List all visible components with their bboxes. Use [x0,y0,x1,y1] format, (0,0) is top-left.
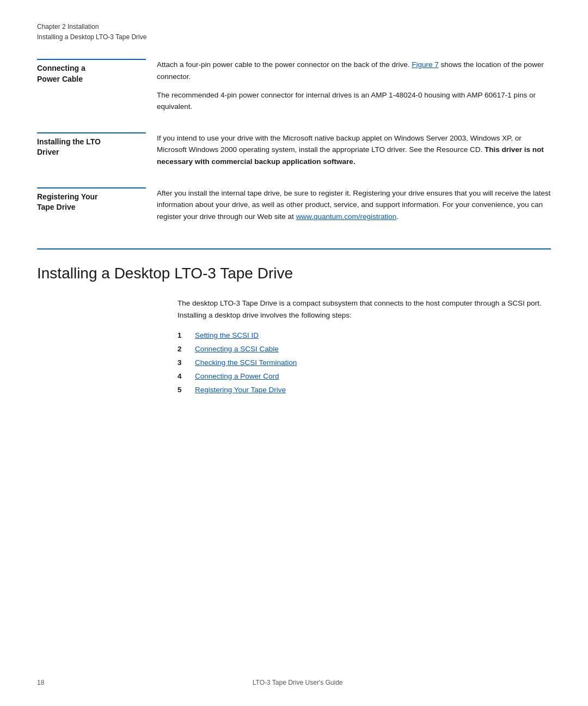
list-item: 4 Connecting a Power Cord [177,372,551,380]
step5-link[interactable]: Registering Your Tape Drive [195,386,286,394]
step3-link[interactable]: Checking the SCSI Termination [195,358,297,367]
list-item: 1 Setting the SCSI ID [177,331,551,339]
footer-center-text: LTO-3 Tape Drive User's Guide [253,679,343,686]
section-content-lto-driver: If you intend to use your drive with the… [157,132,551,168]
breadcrumb-line1: Chapter 2 Installation [37,22,551,32]
breadcrumb: Chapter 2 Installation Installing a Desk… [37,22,551,42]
power-cable-para1: Attach a four-pin power cable to the pow… [157,59,551,82]
footer-page-number: 18 [37,679,44,686]
section-label-col-lto-driver: Installing the LTO Driver [37,132,157,158]
desktop-section-title: Installing a Desktop LTO-3 Tape Drive [37,265,551,282]
step-number-5: 5 [177,386,191,394]
step2-link[interactable]: Connecting a SCSI Cable [195,345,279,353]
step-number-2: 2 [177,345,191,353]
step4-link[interactable]: Connecting a Power Cord [195,372,279,380]
list-item: 2 Connecting a SCSI Cable [177,345,551,353]
section-label-lto-driver: Installing the LTO Driver [37,132,146,158]
steps-list: 1 Setting the SCSI ID 2 Connecting a SCS… [177,331,551,394]
section-label-power-cable: Connecting a Power Cable [37,59,146,84]
section-label-col-register: Registering Your Tape Drive [37,187,157,213]
step-number-4: 4 [177,372,191,380]
section-divider [37,248,551,249]
section-connecting-power-cable: Connecting a Power Cable Attach a four-p… [37,59,551,112]
desktop-intro-text: The desktop LTO-3 Tape Drive is a compac… [177,297,551,321]
lto-driver-bold: This driver is not necessary with commer… [157,145,544,166]
register-para1: After you install the internal tape driv… [157,187,551,223]
section-content-register: After you install the internal tape driv… [157,187,551,223]
page: Chapter 2 Installation Installing a Desk… [0,0,588,706]
quantum-registration-link[interactable]: www.quantum.com/registration [296,212,397,221]
step1-link[interactable]: Setting the SCSI ID [195,331,259,339]
section-installing-lto-driver: Installing the LTO Driver If you intend … [37,132,551,168]
list-item: 3 Checking the SCSI Termination [177,358,551,367]
lto-driver-para1: If you intend to use your drive with the… [157,132,551,168]
section-content-power-cable: Attach a four-pin power cable to the pow… [157,59,551,112]
page-footer: 18 LTO-3 Tape Drive User's Guide [37,679,551,686]
section-label-register: Registering Your Tape Drive [37,187,146,213]
list-item: 5 Registering Your Tape Drive [177,386,551,394]
breadcrumb-line2: Installing a Desktop LTO-3 Tape Drive [37,32,551,42]
section-label-col-power-cable: Connecting a Power Cable [37,59,157,84]
power-cable-para2: The recommended 4-pin power connector fo… [157,89,551,113]
figure7-link[interactable]: Figure 7 [412,60,439,69]
step-number-3: 3 [177,358,191,367]
section-registering-tape-drive: Registering Your Tape Drive After you in… [37,187,551,223]
step-number-1: 1 [177,331,191,339]
